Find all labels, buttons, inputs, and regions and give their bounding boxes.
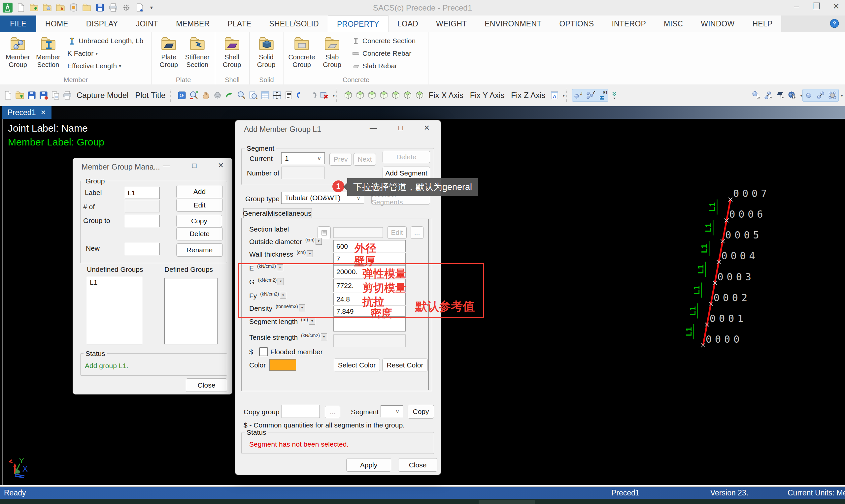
ribbon-tab-joint[interactable]: JOINT bbox=[127, 16, 167, 32]
shell-group-button[interactable]: Shell Group bbox=[218, 34, 245, 69]
edit-button[interactable]: Edit bbox=[176, 199, 223, 212]
defined-groups-list[interactable] bbox=[164, 278, 217, 344]
copy-button[interactable]: Copy bbox=[176, 215, 222, 227]
member-group-button[interactable]: Member Group bbox=[3, 34, 32, 69]
tab-miscellaneous[interactable]: Miscellaneous bbox=[267, 208, 312, 218]
copy-icon[interactable] bbox=[50, 89, 61, 101]
capture-model-button[interactable]: Capture Model bbox=[73, 91, 132, 100]
ribbon-tab-weight[interactable]: WEIGHT bbox=[427, 16, 476, 32]
list-item[interactable]: L1 bbox=[90, 278, 139, 286]
concrete-section-button[interactable]: Concrete Section bbox=[351, 36, 416, 46]
add-button[interactable]: Add bbox=[176, 185, 223, 198]
close-button[interactable]: Close bbox=[398, 458, 437, 472]
print-icon[interactable] bbox=[61, 89, 73, 101]
dialog-minimize-icon[interactable]: — bbox=[160, 161, 172, 170]
label-input[interactable] bbox=[125, 187, 160, 199]
zoom-in-icon[interactable] bbox=[188, 89, 200, 101]
ribbon-tab-environment[interactable]: ENVIRONMENT bbox=[476, 16, 550, 32]
ribbon-tab-help[interactable]: HELP bbox=[743, 16, 781, 32]
document-tab-preced1[interactable]: Preced1 ✕ bbox=[2, 106, 52, 119]
ribbon-tab-window[interactable]: WINDOW bbox=[692, 16, 743, 32]
ribbon-tab-plate[interactable]: PLATE bbox=[218, 16, 260, 32]
unit-dropdown-icon[interactable]: ▼ bbox=[307, 250, 313, 257]
delete-button[interactable]: Delete bbox=[176, 227, 223, 240]
iso-cube-icon[interactable] bbox=[354, 89, 366, 101]
member-section-button[interactable]: Member Section bbox=[34, 34, 63, 69]
delete-segment-button[interactable]: Delete bbox=[383, 151, 430, 163]
reset-color-button[interactable]: Reset Color bbox=[382, 359, 428, 372]
dropdown-caret-icon[interactable]: ▾ bbox=[800, 93, 803, 98]
concrete-group-button[interactable]: Concrete Group bbox=[287, 34, 316, 69]
ribbon-tab-display[interactable]: DISPLAY bbox=[77, 16, 127, 32]
effective-length-button[interactable]: Effective Length▾ bbox=[67, 61, 143, 71]
undo-icon[interactable] bbox=[295, 89, 307, 101]
dialog-close-icon[interactable]: ✕ bbox=[215, 161, 227, 170]
current-segment-combo[interactable]: 1 ∨ bbox=[281, 152, 325, 164]
unbraced-length-lb-button[interactable]: Unbraced Length, Lb bbox=[67, 36, 143, 46]
fix-y-axis-button[interactable]: Fix Y Axis bbox=[467, 91, 508, 100]
select-globe-icon[interactable] bbox=[786, 89, 798, 101]
filter-member-icon[interactable] bbox=[815, 89, 827, 101]
redo-icon[interactable] bbox=[307, 89, 318, 101]
select-joint-icon[interactable] bbox=[751, 89, 762, 101]
iso-cube-icon[interactable] bbox=[390, 89, 402, 101]
stiffener-section-button[interactable]: Stiffener Section bbox=[184, 34, 211, 69]
section-edit-button[interactable]: Edit bbox=[387, 226, 407, 239]
folder-up-icon[interactable] bbox=[14, 89, 26, 101]
select-plate-icon[interactable] bbox=[774, 89, 786, 101]
segment-length-input[interactable] bbox=[333, 317, 406, 331]
slab-rebar-button[interactable]: Slab Rebar bbox=[351, 61, 416, 71]
rotate-arrow-icon[interactable] bbox=[224, 89, 235, 101]
unit-dropdown-icon[interactable]: ▼ bbox=[309, 318, 315, 325]
copy-button[interactable]: Copy bbox=[408, 405, 434, 418]
unit-dropdown-icon[interactable]: ▼ bbox=[316, 238, 322, 245]
center-view-icon[interactable] bbox=[271, 89, 283, 101]
new-file-icon[interactable] bbox=[2, 89, 14, 101]
orbit-icon[interactable] bbox=[212, 89, 224, 101]
tab-general[interactable]: General bbox=[243, 208, 267, 218]
add-segment-button[interactable]: Add Segment bbox=[383, 166, 430, 180]
fix-z-axis-button[interactable]: Fix Z Axis bbox=[508, 91, 549, 100]
flooded-member-checkbox[interactable] bbox=[259, 347, 268, 356]
copy-group-input[interactable] bbox=[282, 405, 320, 418]
ribbon-tab-shell-solid[interactable]: SHELL/SOLID bbox=[260, 16, 328, 32]
iso-cube-icon[interactable] bbox=[366, 89, 378, 101]
select-color-button[interactable]: Select Color bbox=[334, 359, 380, 372]
iso-cube-icon[interactable] bbox=[413, 89, 425, 101]
new-input[interactable] bbox=[125, 243, 160, 255]
dialog-close-icon[interactable]: ✕ bbox=[421, 124, 433, 132]
iso-cube-icon[interactable] bbox=[378, 89, 390, 101]
section-label-input[interactable] bbox=[333, 227, 383, 238]
dialog-maximize-icon[interactable]: □ bbox=[395, 124, 407, 132]
solid-group-button[interactable]: Solid Group bbox=[253, 34, 280, 69]
minimize-button[interactable]: – bbox=[791, 1, 802, 12]
maximize-button[interactable]: ❐ bbox=[811, 1, 822, 12]
concrete-rebar-button[interactable]: Concrete Rebar bbox=[351, 48, 416, 58]
filter-plate-icon[interactable] bbox=[827, 89, 839, 101]
fix-x-axis-button[interactable]: Fix X Axis bbox=[425, 91, 467, 100]
chevrons-icon[interactable] bbox=[608, 89, 620, 101]
tab-close-icon[interactable]: ✕ bbox=[40, 109, 46, 116]
ribbon-tab-load[interactable]: LOAD bbox=[388, 16, 427, 32]
undefined-groups-list[interactable]: L1 bbox=[87, 277, 142, 344]
dialog-maximize-icon[interactable]: □ bbox=[189, 161, 200, 170]
label-section-icon[interactable]: S1 bbox=[596, 89, 608, 101]
pan-hand-icon[interactable] bbox=[200, 89, 212, 101]
next-button[interactable]: Next bbox=[353, 153, 376, 166]
apply-button[interactable]: Apply bbox=[346, 458, 391, 472]
save-icon[interactable] bbox=[26, 89, 38, 101]
dropdown-caret-icon[interactable]: ▾ bbox=[562, 93, 565, 98]
filter-joint-icon[interactable] bbox=[803, 89, 815, 101]
save-as-icon[interactable] bbox=[38, 89, 50, 101]
label-joint-icon[interactable]: J bbox=[573, 89, 584, 101]
close-button[interactable]: ✕ bbox=[830, 1, 842, 12]
copy-group-more-button[interactable]: ... bbox=[325, 406, 340, 418]
table-view-icon[interactable] bbox=[259, 89, 271, 101]
dialog-minimize-icon[interactable]: — bbox=[367, 124, 379, 132]
iso-cube-icon[interactable] bbox=[342, 89, 354, 101]
ribbon-tab-property[interactable]: PROPERTY bbox=[328, 16, 388, 32]
ribbon-tab-file[interactable]: FILE bbox=[0, 16, 36, 32]
iso-cube-icon[interactable] bbox=[402, 89, 413, 101]
rename-button[interactable]: Rename bbox=[176, 244, 223, 257]
section-more-button[interactable]: ... bbox=[411, 226, 423, 239]
